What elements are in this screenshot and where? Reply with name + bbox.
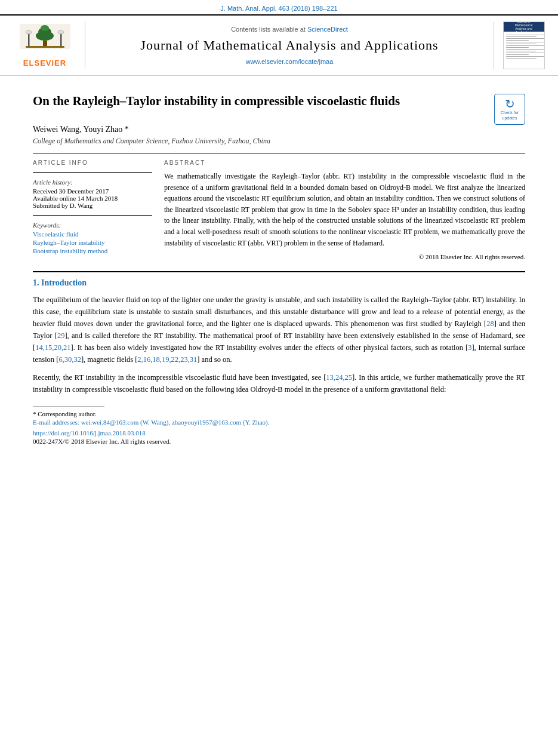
journal-url[interactable]: www.elsevier.com/locate/jmaa — [246, 58, 334, 65]
doi-link[interactable]: https://doi.org/10.1016/j.jmaa.2018.03.0… — [33, 429, 525, 437]
sciencedirect-link[interactable]: ScienceDirect — [307, 26, 348, 33]
history-heading: Article history: — [33, 179, 152, 186]
header-band: ELSEVIER Contents lists available at Sci… — [0, 14, 558, 76]
article-info-label: ARTICLE INFO — [33, 159, 152, 166]
keywords-section: Keywords: Viscoelastic fluid Rayleigh–Ta… — [33, 222, 152, 254]
main-content: ↻ Check forupdates On the Rayleigh–Taylo… — [0, 76, 558, 457]
journal-cover-thumbnail: Journal ofMathematicalAnalysis andApplic… — [501, 21, 546, 69]
journal-title-header: Journal of Mathematical Analysis and App… — [140, 38, 438, 53]
authors: Weiwei Wang, Youyi Zhao * — [33, 125, 525, 134]
svg-point-7 — [26, 30, 32, 34]
elsevier-logo-icon — [20, 24, 70, 57]
sciencedirect-line: Contents lists available at ScienceDirec… — [231, 26, 348, 33]
article-info-column: ARTICLE INFO Article history: Received 3… — [33, 159, 152, 260]
journal-cover-image: Journal ofMathematicalAnalysis andApplic… — [503, 21, 545, 69]
available-online-date: Available online 14 March 2018 — [33, 195, 152, 202]
divider-1 — [33, 153, 525, 153]
corresponding-author-note: * Corresponding author. — [33, 410, 525, 417]
abstract-copyright: © 2018 Elsevier Inc. All rights reserved… — [164, 253, 525, 260]
footer-email: E-mail addresses: wei.wei.84@163.com (W.… — [33, 419, 525, 426]
received-date: Received 30 December 2017 — [33, 188, 152, 195]
keyword-1[interactable]: Viscoelastic fluid — [33, 231, 152, 238]
intro-para-1: The equilibrium of the heavier fluid on … — [33, 294, 525, 365]
citation-text: J. Math. Anal. Appl. 463 (2018) 198–221 — [220, 5, 337, 12]
article-history: Article history: Received 30 December 20… — [33, 179, 152, 209]
paper-title-area: ↻ Check forupdates On the Rayleigh–Taylo… — [33, 93, 525, 125]
ref-3-link[interactable]: 3 — [468, 343, 471, 352]
intro-heading: 1. Introduction — [33, 278, 525, 288]
footer-divider — [33, 406, 104, 407]
check-updates-icon: ↻ — [505, 98, 515, 110]
paper-title: On the Rayleigh–Taylor instability in co… — [33, 93, 525, 109]
journal-citation: J. Math. Anal. Appl. 463 (2018) 198–221 — [0, 0, 558, 14]
ref-29-link[interactable]: 29 — [57, 331, 65, 340]
author-affiliation: College of Mathematics and Computer Scie… — [33, 137, 525, 146]
article-info-abstract: ARTICLE INFO Article history: Received 3… — [33, 159, 525, 260]
keyword-3[interactable]: Bootstrap instability method — [33, 247, 152, 254]
svg-point-4 — [41, 25, 49, 31]
elsevier-label: ELSEVIER — [23, 59, 66, 67]
page: J. Math. Anal. Appl. 463 (2018) 198–221 — [0, 0, 558, 756]
footer-copyright: 0022-247X/© 2018 Elsevier Inc. All right… — [33, 438, 525, 445]
svg-rect-5 — [26, 46, 64, 48]
abstract-text: We mathematically investigate the Raylei… — [164, 171, 525, 248]
check-updates-badge[interactable]: ↻ Check forupdates — [494, 94, 525, 125]
svg-rect-1 — [43, 41, 47, 47]
divider-bold — [33, 271, 525, 272]
header-center: Contents lists available at ScienceDirec… — [85, 21, 494, 69]
check-updates-label: Check forupdates — [501, 110, 519, 121]
keyword-2[interactable]: Rayleigh–Taylor instability — [33, 239, 152, 246]
abstract-label: ABSTRACT — [164, 159, 525, 166]
svg-rect-6 — [28, 33, 30, 47]
abstract-column: ABSTRACT We mathematically investigate t… — [164, 159, 525, 260]
divider-3 — [33, 215, 152, 216]
ref-13-24-25-link[interactable]: 13,24,25 — [326, 373, 352, 382]
keywords-heading: Keywords: — [33, 222, 152, 229]
svg-rect-8 — [60, 33, 62, 47]
submitted-by: Submitted by D. Wang — [33, 202, 152, 209]
ref-2-link[interactable]: 2,16,18,19,22,23,31 — [137, 355, 197, 364]
ref-14-20-link[interactable]: 14,15,20,21 — [35, 343, 70, 352]
ref-28-link[interactable]: 28 — [486, 319, 494, 328]
email-zhao[interactable]: zhaoyouyi1957@163.com — [172, 419, 241, 426]
divider-2 — [33, 172, 152, 173]
email-wang[interactable]: wei.wei.84@163.com — [81, 419, 139, 426]
ref-6-30-32-link[interactable]: 6,30,32 — [58, 355, 81, 364]
elsevier-logo-area: ELSEVIER — [12, 21, 78, 69]
svg-point-9 — [58, 30, 64, 34]
intro-para-2: Recently, the RT instability in the inco… — [33, 371, 525, 395]
